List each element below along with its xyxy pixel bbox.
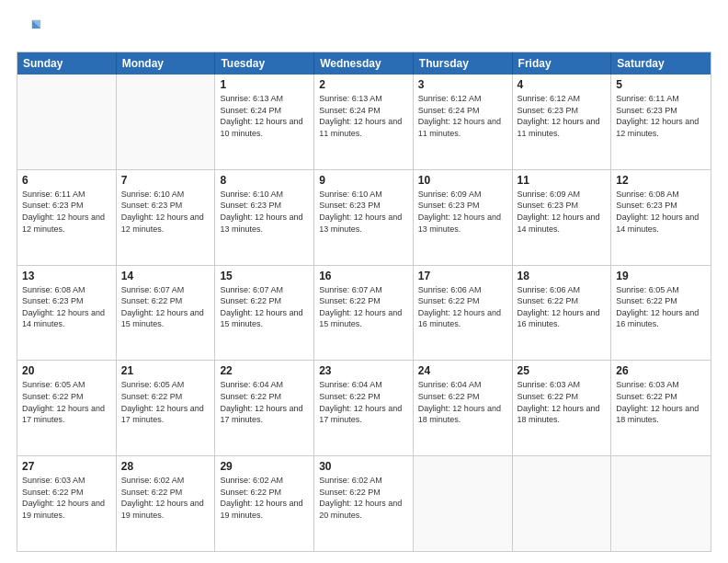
day-info: Sunrise: 6:03 AM Sunset: 6:22 PM Dayligh… — [22, 475, 111, 521]
calendar-row: 1Sunrise: 6:13 AM Sunset: 6:24 PM Daylig… — [17, 75, 711, 169]
calendar-cell: 25Sunrise: 6:03 AM Sunset: 6:22 PM Dayli… — [513, 361, 612, 455]
calendar-cell: 2Sunrise: 6:13 AM Sunset: 6:24 PM Daylig… — [314, 75, 414, 169]
calendar-cell — [17, 75, 117, 169]
calendar-cell: 13Sunrise: 6:08 AM Sunset: 6:23 PM Dayli… — [17, 266, 117, 361]
day-info: Sunrise: 6:13 AM Sunset: 6:24 PM Dayligh… — [220, 93, 309, 139]
day-info: Sunrise: 6:10 AM Sunset: 6:23 PM Dayligh… — [319, 189, 408, 235]
calendar-cell: 21Sunrise: 6:05 AM Sunset: 6:22 PM Dayli… — [117, 361, 216, 455]
calendar-cell: 24Sunrise: 6:04 AM Sunset: 6:22 PM Dayli… — [414, 361, 513, 455]
day-number: 27 — [22, 460, 111, 473]
day-number: 12 — [616, 174, 706, 187]
calendar-cell — [117, 75, 216, 169]
calendar-cell: 12Sunrise: 6:08 AM Sunset: 6:23 PM Dayli… — [611, 170, 711, 265]
day-info: Sunrise: 6:03 AM Sunset: 6:22 PM Dayligh… — [518, 379, 607, 425]
calendar-cell: 4Sunrise: 6:12 AM Sunset: 6:23 PM Daylig… — [513, 75, 612, 169]
calendar-cell: 10Sunrise: 6:09 AM Sunset: 6:23 PM Dayli… — [414, 170, 513, 265]
calendar-cell: 3Sunrise: 6:12 AM Sunset: 6:24 PM Daylig… — [414, 75, 513, 169]
day-number: 3 — [418, 78, 507, 91]
calendar-cell: 29Sunrise: 6:02 AM Sunset: 6:22 PM Dayli… — [215, 456, 314, 551]
day-info: Sunrise: 6:02 AM Sunset: 6:22 PM Dayligh… — [121, 475, 210, 521]
calendar-cell — [414, 456, 513, 551]
day-info: Sunrise: 6:07 AM Sunset: 6:22 PM Dayligh… — [319, 284, 408, 330]
day-number: 7 — [121, 174, 210, 187]
calendar-cell: 20Sunrise: 6:05 AM Sunset: 6:22 PM Dayli… — [17, 361, 117, 455]
day-number: 21 — [121, 364, 210, 377]
calendar-cell: 9Sunrise: 6:10 AM Sunset: 6:23 PM Daylig… — [314, 170, 414, 265]
day-number: 15 — [220, 270, 309, 282]
calendar-cell: 11Sunrise: 6:09 AM Sunset: 6:23 PM Dayli… — [513, 170, 612, 265]
calendar-cell: 1Sunrise: 6:13 AM Sunset: 6:24 PM Daylig… — [215, 75, 314, 169]
day-number: 1 — [220, 78, 309, 91]
day-info: Sunrise: 6:02 AM Sunset: 6:22 PM Dayligh… — [220, 475, 309, 521]
day-info: Sunrise: 6:07 AM Sunset: 6:22 PM Dayligh… — [220, 284, 309, 330]
calendar-cell: 23Sunrise: 6:04 AM Sunset: 6:22 PM Dayli… — [314, 361, 414, 455]
calendar-cell: 15Sunrise: 6:07 AM Sunset: 6:22 PM Dayli… — [215, 266, 314, 361]
calendar-cell: 22Sunrise: 6:04 AM Sunset: 6:22 PM Dayli… — [215, 361, 314, 455]
day-info: Sunrise: 6:10 AM Sunset: 6:23 PM Dayligh… — [220, 189, 309, 235]
day-number: 16 — [319, 270, 408, 282]
day-info: Sunrise: 6:04 AM Sunset: 6:22 PM Dayligh… — [418, 379, 507, 425]
header — [17, 17, 711, 42]
calendar-cell: 27Sunrise: 6:03 AM Sunset: 6:22 PM Dayli… — [17, 456, 117, 551]
day-info: Sunrise: 6:04 AM Sunset: 6:22 PM Dayligh… — [220, 379, 309, 425]
day-info: Sunrise: 6:12 AM Sunset: 6:24 PM Dayligh… — [418, 93, 507, 139]
calendar-cell — [513, 456, 612, 551]
day-info: Sunrise: 6:03 AM Sunset: 6:22 PM Dayligh… — [616, 379, 706, 425]
day-info: Sunrise: 6:02 AM Sunset: 6:22 PM Dayligh… — [319, 475, 408, 521]
calendar-cell: 18Sunrise: 6:06 AM Sunset: 6:22 PM Dayli… — [513, 266, 612, 361]
weekday-header: Monday — [117, 52, 216, 75]
day-info: Sunrise: 6:08 AM Sunset: 6:23 PM Dayligh… — [616, 189, 706, 235]
day-number: 9 — [319, 174, 408, 187]
day-number: 8 — [220, 174, 309, 187]
day-number: 5 — [616, 78, 706, 91]
day-number: 10 — [418, 174, 507, 187]
weekday-header: Friday — [513, 52, 612, 75]
logo-icon — [17, 17, 42, 42]
calendar-cell: 17Sunrise: 6:06 AM Sunset: 6:22 PM Dayli… — [414, 266, 513, 361]
weekday-header: Wednesday — [314, 52, 414, 75]
day-number: 17 — [418, 270, 507, 282]
calendar-cell: 5Sunrise: 6:11 AM Sunset: 6:23 PM Daylig… — [611, 75, 711, 169]
day-number: 14 — [121, 270, 210, 282]
day-number: 4 — [518, 78, 607, 91]
day-number: 25 — [518, 364, 607, 377]
day-info: Sunrise: 6:06 AM Sunset: 6:22 PM Dayligh… — [518, 284, 607, 330]
calendar-cell: 8Sunrise: 6:10 AM Sunset: 6:23 PM Daylig… — [215, 170, 314, 265]
day-info: Sunrise: 6:13 AM Sunset: 6:24 PM Dayligh… — [319, 93, 408, 139]
calendar: SundayMondayTuesdayWednesdayThursdayFrid… — [17, 52, 711, 552]
day-number: 24 — [418, 364, 507, 377]
day-number: 29 — [220, 460, 309, 473]
weekday-header: Saturday — [611, 52, 711, 75]
weekday-header: Tuesday — [215, 52, 314, 75]
day-number: 22 — [220, 364, 309, 377]
calendar-body: 1Sunrise: 6:13 AM Sunset: 6:24 PM Daylig… — [17, 75, 711, 551]
day-number: 13 — [22, 270, 111, 282]
day-number: 23 — [319, 364, 408, 377]
day-number: 20 — [22, 364, 111, 377]
calendar-cell: 14Sunrise: 6:07 AM Sunset: 6:22 PM Dayli… — [117, 266, 216, 361]
calendar-cell: 30Sunrise: 6:02 AM Sunset: 6:22 PM Dayli… — [314, 456, 414, 551]
calendar-cell: 26Sunrise: 6:03 AM Sunset: 6:22 PM Dayli… — [611, 361, 711, 455]
page: SundayMondayTuesdayWednesdayThursdayFrid… — [0, 0, 728, 563]
day-number: 28 — [121, 460, 210, 473]
day-info: Sunrise: 6:09 AM Sunset: 6:23 PM Dayligh… — [518, 189, 607, 235]
calendar-cell: 7Sunrise: 6:10 AM Sunset: 6:23 PM Daylig… — [117, 170, 216, 265]
day-number: 6 — [22, 174, 111, 187]
logo — [17, 17, 46, 42]
day-number: 30 — [319, 460, 408, 473]
day-info: Sunrise: 6:06 AM Sunset: 6:22 PM Dayligh… — [418, 284, 507, 330]
calendar-cell — [611, 456, 711, 551]
day-info: Sunrise: 6:12 AM Sunset: 6:23 PM Dayligh… — [518, 93, 607, 139]
calendar-row: 20Sunrise: 6:05 AM Sunset: 6:22 PM Dayli… — [17, 360, 711, 455]
day-info: Sunrise: 6:09 AM Sunset: 6:23 PM Dayligh… — [418, 189, 507, 235]
day-info: Sunrise: 6:05 AM Sunset: 6:22 PM Dayligh… — [616, 284, 706, 330]
day-info: Sunrise: 6:10 AM Sunset: 6:23 PM Dayligh… — [121, 189, 210, 235]
day-number: 19 — [616, 270, 706, 282]
calendar-cell: 19Sunrise: 6:05 AM Sunset: 6:22 PM Dayli… — [611, 266, 711, 361]
day-number: 26 — [616, 364, 706, 377]
calendar-cell: 6Sunrise: 6:11 AM Sunset: 6:23 PM Daylig… — [17, 170, 117, 265]
day-number: 11 — [518, 174, 607, 187]
day-number: 18 — [518, 270, 607, 282]
day-info: Sunrise: 6:07 AM Sunset: 6:22 PM Dayligh… — [121, 284, 210, 330]
day-info: Sunrise: 6:11 AM Sunset: 6:23 PM Dayligh… — [616, 93, 706, 139]
